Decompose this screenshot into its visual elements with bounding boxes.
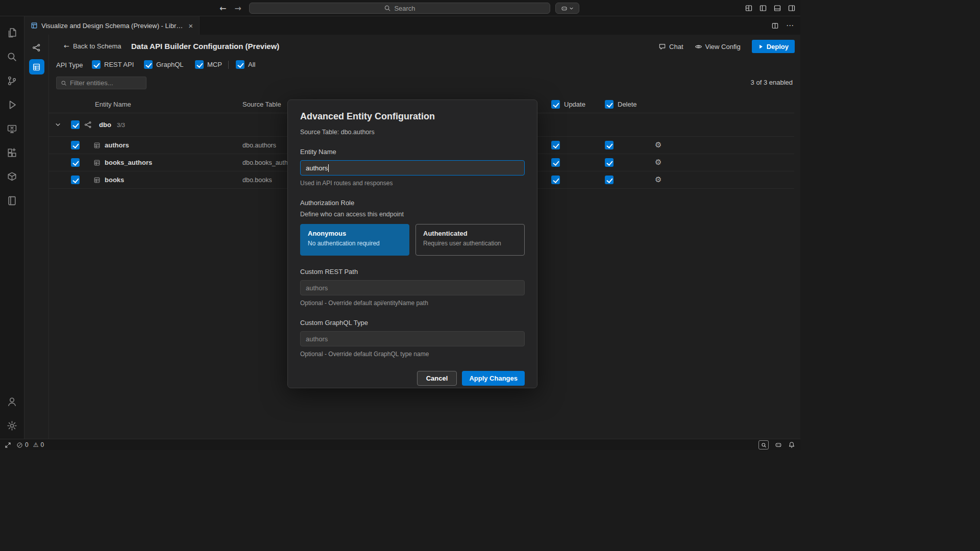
run-debug-icon[interactable] — [0, 93, 24, 117]
graphql-type-hint: Optional - Override default GraphQL type… — [300, 350, 525, 358]
row-checkbox[interactable] — [71, 176, 80, 184]
settings-gear-icon[interactable] — [0, 414, 24, 438]
chat-button[interactable]: Chat — [658, 43, 683, 51]
rest-api-checkbox[interactable] — [92, 60, 101, 69]
entities-toolbar: 3 of 3 enabled — [49, 77, 800, 91]
entity-name-field[interactable]: authors — [300, 160, 525, 176]
copilot-menu[interactable] — [555, 3, 579, 14]
update-checkbox[interactable] — [551, 141, 560, 149]
command-center-search[interactable]: Search — [249, 3, 550, 14]
graphql-filter[interactable]: GraphQL — [144, 60, 183, 69]
warning-count: 0 — [40, 441, 44, 448]
tab-visualize-schema[interactable]: Visualize and Design Schema (Preview) - … — [24, 16, 200, 35]
role-option-anonymous[interactable]: Anonymous No authentication required — [300, 224, 409, 256]
all-label: All — [248, 61, 255, 68]
toggle-secondary-sidebar-icon[interactable] — [788, 4, 796, 12]
role-description: No authentication required — [308, 240, 402, 247]
rest-api-filter[interactable]: REST API — [92, 60, 134, 69]
all-checkbox[interactable] — [236, 60, 244, 69]
role-title: Authenticated — [423, 230, 517, 237]
mcp-checkbox[interactable] — [195, 60, 204, 69]
problems-indicator[interactable]: 0 ⚠ 0 — [16, 441, 44, 448]
account-icon[interactable] — [0, 390, 24, 414]
tab-close-icon[interactable]: × — [188, 22, 193, 30]
delete-checkbox[interactable] — [605, 158, 614, 167]
database-projects-icon[interactable] — [0, 165, 24, 189]
entity-source: dbo.authors — [242, 142, 276, 149]
vscode-window: ← → Search V — [0, 0, 800, 450]
delete-checkbox[interactable] — [605, 141, 614, 149]
entity-settings-icon[interactable]: ⚙ — [655, 175, 662, 185]
chevron-down-icon — [569, 6, 574, 11]
page-header: ← Back to Schema Data API Builder Config… — [49, 39, 800, 56]
advanced-entity-configuration-dialog: Advanced Entity Configuration Source Tab… — [287, 99, 537, 388]
source-control-icon[interactable] — [0, 69, 24, 93]
entity-settings-icon[interactable]: ⚙ — [655, 158, 662, 168]
history-back-icon[interactable]: ← — [219, 4, 226, 13]
more-actions-icon[interactable]: ⋯ — [786, 21, 794, 30]
dialog-title: Advanced Entity Configuration — [300, 111, 525, 122]
schema-preview-icon — [31, 22, 38, 29]
error-count: 0 — [25, 441, 29, 448]
graphql-type-field[interactable]: authors — [300, 331, 525, 346]
graphql-type-label: Custom GraphQL Type — [300, 319, 525, 327]
eye-icon — [695, 43, 702, 51]
view-config-label: View Config — [705, 43, 741, 51]
entity-name: books_authors — [105, 159, 152, 166]
entity-name-value: authors — [306, 164, 328, 172]
notebooks-icon[interactable] — [0, 189, 24, 213]
authorization-role-hint: Define who can access this endpoint — [300, 211, 525, 218]
customize-layout-icon[interactable] — [745, 4, 753, 12]
row-checkbox[interactable] — [71, 141, 80, 149]
entity-settings-icon[interactable]: ⚙ — [655, 140, 662, 151]
mcp-filter[interactable]: MCP — [195, 60, 222, 69]
group-checkbox[interactable] — [71, 120, 80, 129]
chevron-down-icon[interactable] — [55, 122, 61, 128]
zoom-indicator[interactable] — [758, 440, 769, 449]
update-checkbox[interactable] — [551, 176, 560, 184]
remote-explorer-icon[interactable] — [0, 117, 24, 141]
graphql-checkbox[interactable] — [144, 60, 153, 69]
extensions-icon[interactable] — [0, 141, 24, 165]
group-count: 3/3 — [117, 122, 125, 128]
graphql-label: GraphQL — [156, 61, 183, 68]
play-icon — [758, 44, 764, 49]
dab-config-icon[interactable] — [29, 59, 44, 74]
search-icon[interactable] — [0, 45, 24, 69]
schema-designer-icon[interactable] — [29, 40, 44, 55]
filter-entities-field[interactable] — [56, 77, 146, 89]
toggle-panel-icon[interactable] — [773, 4, 781, 12]
view-config-button[interactable]: View Config — [695, 43, 741, 51]
enabled-count: 3 of 3 enabled — [751, 79, 793, 86]
filter-entities-input[interactable] — [70, 79, 136, 87]
explorer-icon[interactable] — [0, 21, 24, 45]
update-all-checkbox[interactable] — [551, 100, 560, 109]
split-editor-icon[interactable] — [771, 22, 779, 30]
copilot-status-icon[interactable] — [775, 441, 782, 448]
back-label: Back to Schema — [73, 42, 121, 50]
entity-name-hint: Used in API routes and responses — [300, 180, 525, 187]
toggle-primary-sidebar-icon[interactable] — [759, 4, 767, 12]
update-checkbox[interactable] — [551, 158, 560, 167]
notifications-bell-icon[interactable] — [788, 441, 795, 448]
col-delete: Delete — [605, 100, 637, 109]
row-checkbox[interactable] — [71, 158, 80, 167]
rest-path-label: Custom REST Path — [300, 268, 525, 276]
search-icon — [384, 5, 391, 12]
apply-changes-button[interactable]: Apply Changes — [462, 371, 525, 386]
cancel-button[interactable]: Cancel — [417, 371, 457, 386]
history-forward-icon[interactable]: → — [234, 4, 241, 13]
dialog-source-table: Source Table: dbo.authors — [300, 129, 525, 136]
all-filter[interactable]: All — [236, 60, 255, 69]
col-entity-name: Entity Name — [95, 101, 131, 108]
deploy-button[interactable]: Deploy — [752, 40, 795, 53]
col-update: Update — [551, 100, 585, 109]
rest-path-field[interactable]: authors — [300, 280, 525, 295]
remote-indicator-icon[interactable] — [5, 442, 11, 448]
back-to-schema-link[interactable]: ← Back to Schema — [64, 42, 121, 50]
delete-checkbox[interactable] — [605, 176, 614, 184]
delete-all-checkbox[interactable] — [605, 100, 614, 109]
error-icon — [16, 442, 23, 448]
role-option-authenticated[interactable]: Authenticated Requires user authenticati… — [415, 224, 525, 256]
table-icon — [93, 159, 101, 166]
